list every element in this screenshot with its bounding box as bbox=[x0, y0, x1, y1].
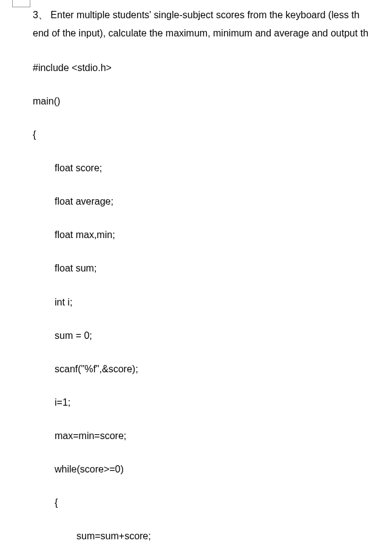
code-line: float max,min; bbox=[33, 227, 381, 244]
code-line: float score; bbox=[33, 160, 381, 177]
question-line-2: end of the input), calculate the maximum… bbox=[33, 24, 381, 43]
code-line: int i; bbox=[33, 294, 381, 311]
code-block: #include <stdio.h> main() { float score;… bbox=[33, 43, 381, 549]
code-line: float sum; bbox=[33, 260, 381, 277]
code-line: max=min=score; bbox=[33, 428, 381, 445]
code-line: scanf("%f",&score); bbox=[33, 361, 381, 378]
document-content: 3、 Enter multiple students' single-subje… bbox=[0, 0, 392, 549]
question-number: 3、 bbox=[33, 10, 48, 20]
code-line: while(score>=0) bbox=[33, 461, 381, 478]
code-line: #include <stdio.h> bbox=[33, 60, 381, 77]
code-line: sum = 0; bbox=[33, 327, 381, 344]
code-line: sum=sum+score; bbox=[33, 528, 381, 545]
question-line-1: 3、 Enter multiple students' single-subje… bbox=[33, 6, 381, 24]
code-line: main() bbox=[33, 93, 381, 110]
code-line: { bbox=[33, 126, 381, 143]
checkbox-decoration bbox=[12, 0, 30, 7]
code-line: float average; bbox=[33, 193, 381, 210]
code-line: { bbox=[33, 494, 381, 511]
code-line: i=1; bbox=[33, 394, 381, 411]
question-text-1: Enter multiple students' single-subject … bbox=[50, 10, 359, 20]
